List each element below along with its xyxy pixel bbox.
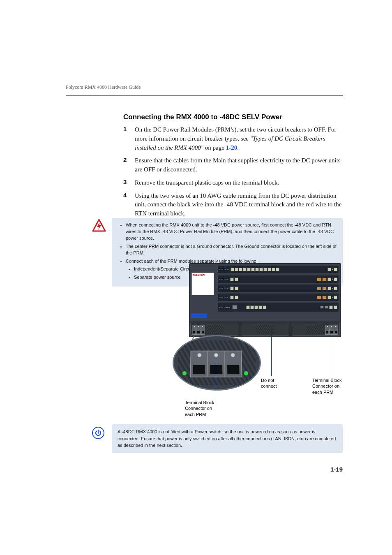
terminal-block xyxy=(192,325,205,335)
step-item: 2 Ensure that the cables from the Main t… xyxy=(123,156,343,174)
rtm-lan-label: RTM LAN xyxy=(219,278,228,280)
page-number: 1-19 xyxy=(330,466,343,473)
step-item: 3 Remove the transparent plastic caps on… xyxy=(123,178,343,187)
running-header: Polycom RMX 4000 Hardware Guide xyxy=(66,84,141,90)
step-text-post: on page xyxy=(203,144,226,151)
rtm-ip-label: RTM IP 4000 xyxy=(219,306,230,308)
warning-bullet: When connecting the RMX 4000 unit to the… xyxy=(126,222,337,242)
step-text: Ensure that the cables from the Main tha… xyxy=(135,156,343,174)
step-text-tail: . xyxy=(237,144,239,151)
warning-icon xyxy=(92,219,106,235)
product-label: POLYCOM xyxy=(191,273,214,295)
rtm-lan-label: RTM LAN xyxy=(219,287,228,289)
terminal-block xyxy=(325,325,338,335)
section-heading: Connecting the RMX 4000 to -48DC SELV Po… xyxy=(123,113,343,121)
rtm-isdn-label: RTM ISDN xyxy=(219,268,228,271)
step-item: 4 Using the two wires of an 10 AWG cable… xyxy=(123,192,343,218)
terminal-block-enlarged xyxy=(190,351,242,377)
serial-tag xyxy=(191,313,207,318)
callout-leader xyxy=(216,360,216,399)
step-item: 1 On the DC Power Rail Modules (PRM’s), … xyxy=(123,125,343,152)
step-number: 3 xyxy=(123,178,135,187)
step-number: 1 xyxy=(123,125,135,152)
rtm-lan-row: RTM LAN xyxy=(218,294,339,301)
rear-panel-figure: POLYCOM RTM ISDN RTM LAN RTM LAN xyxy=(189,263,341,337)
chassis-rear: POLYCOM RTM ISDN RTM LAN RTM LAN xyxy=(189,263,341,337)
note-callout: A -48DC RMX 4000 is not fitted with a Po… xyxy=(112,424,343,453)
psu-module xyxy=(190,323,238,336)
callout-label-left: Terminal Block Connector on each PRM xyxy=(185,400,242,417)
note-text: A -48DC RMX 4000 is not fitted with a Po… xyxy=(118,429,336,448)
step-number: 2 xyxy=(123,156,135,174)
callout-leader xyxy=(329,329,329,376)
numbered-steps: 1 On the DC Power Rail Modules (PRM’s), … xyxy=(123,125,343,218)
callout-leader xyxy=(271,329,272,376)
step-text: On the DC Power Rail Modules (PRM’s), se… xyxy=(135,125,343,152)
psu-module xyxy=(292,323,340,336)
rtm-ip-row: RTM IP 4000 xyxy=(218,303,339,312)
warning-bullet-text: Connect each of the PRM modules separate… xyxy=(126,259,258,264)
step-text: Remove the transparent plastic caps on t… xyxy=(135,178,279,187)
page-xref-link[interactable]: 1-20 xyxy=(226,144,238,151)
header-rule xyxy=(66,95,343,96)
step-text: Using the two wires of an 10 AWG cable r… xyxy=(135,192,343,218)
rtm-lan-row: RTM LAN xyxy=(218,284,339,292)
warning-bullet: The center PRM connector is not a Ground… xyxy=(126,243,337,257)
status-led xyxy=(244,371,249,376)
callout-label-right: Terminal Block Connector on each PRM xyxy=(312,377,362,395)
status-led xyxy=(182,371,187,376)
power-note-icon xyxy=(92,427,104,439)
polycom-logo: POLYCOM xyxy=(193,274,213,276)
psu-module xyxy=(241,323,289,336)
terminal-block-zoom xyxy=(173,335,261,391)
isdn-port-strip xyxy=(231,268,279,271)
callout-label-mid: Do not connect xyxy=(261,377,290,389)
rtm-lan-label: RTM LAN xyxy=(219,296,228,298)
step-number: 4 xyxy=(123,192,135,218)
rtm-isdn-row: RTM ISDN xyxy=(218,266,339,273)
rtm-lan-row: RTM LAN xyxy=(218,275,339,283)
